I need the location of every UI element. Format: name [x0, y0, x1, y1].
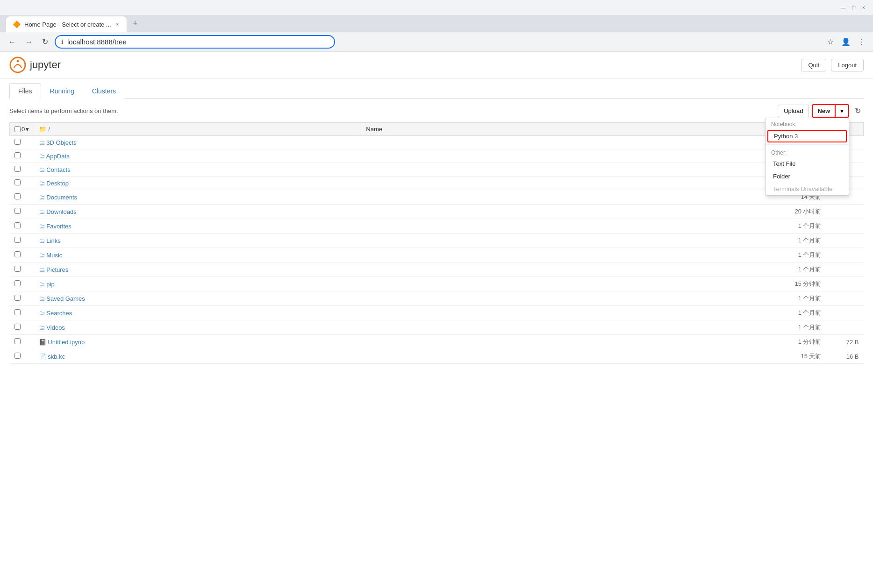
row-name-cell: 📓 Untitled.ipynb — [34, 335, 770, 349]
refresh-files-button[interactable]: ↻ — [852, 105, 864, 117]
row-name-cell: 🗂 Searches — [34, 306, 770, 320]
minimize-button[interactable]: — — [839, 4, 847, 11]
row-checkbox[interactable] — [14, 280, 21, 286]
file-link[interactable]: skb.kc — [48, 353, 65, 360]
file-link[interactable]: Untitled.ipynb — [48, 339, 85, 346]
table-row: 🗂 Desktop — [10, 177, 864, 190]
row-checkbox[interactable] — [14, 152, 21, 158]
select-all-checkbox[interactable] — [14, 126, 21, 132]
select-row: 0 ▾ 📁 / Name — [10, 123, 864, 136]
folder-icon: 🗂 — [39, 208, 45, 215]
folder-icon: 🗂 — [39, 153, 45, 160]
row-checkbox[interactable] — [14, 353, 21, 359]
row-size-cell — [826, 320, 864, 335]
row-checkbox[interactable] — [14, 266, 21, 272]
toolbar-right: Upload New ▼ Notebook: Python 3 Other: T… — [778, 104, 864, 118]
row-checkbox[interactable] — [14, 179, 21, 185]
file-link[interactable]: Favorites — [46, 223, 71, 230]
file-link[interactable]: Contacts — [46, 166, 70, 173]
row-size-cell: 16 B — [826, 349, 864, 364]
python3-option[interactable]: Python 3 — [767, 130, 847, 142]
other-section-label: Other: — [766, 147, 849, 157]
row-checkbox[interactable] — [14, 166, 21, 172]
back-button[interactable]: ← — [6, 36, 19, 48]
url-text: localhost:8888/tree — [67, 38, 127, 46]
file-link[interactable]: pip — [46, 281, 54, 288]
row-name-cell: 📄 skb.kc — [34, 349, 770, 364]
file-link[interactable]: Videos — [46, 324, 65, 331]
profile-button[interactable]: 👤 — [839, 35, 852, 48]
row-checkbox-cell — [10, 349, 34, 364]
close-window-button[interactable]: × — [860, 4, 867, 11]
file-link[interactable]: Links — [46, 237, 60, 244]
header-actions: Quit Logout — [801, 59, 864, 71]
row-checkbox[interactable] — [14, 309, 21, 315]
file-link[interactable]: Desktop — [46, 180, 69, 187]
breadcrumb[interactable]: 📁 / — [39, 126, 50, 133]
file-list: 🗂 3D Objects 🗂 AppData 🗂 Contacts 🗂 — [10, 136, 864, 364]
tab-clusters[interactable]: Clusters — [83, 83, 125, 99]
url-box[interactable]: ℹ localhost:8888/tree — [55, 35, 335, 49]
select-dropdown-arrow[interactable]: ▾ — [26, 126, 29, 133]
new-button[interactable]: New — [812, 104, 836, 118]
row-checkbox[interactable] — [14, 208, 21, 214]
bookmark-button[interactable]: ☆ — [825, 35, 836, 48]
row-checkbox-cell — [10, 291, 34, 306]
row-checkbox[interactable] — [14, 324, 21, 330]
file-link[interactable]: Searches — [46, 310, 72, 317]
row-checkbox[interactable] — [14, 251, 21, 257]
file-link[interactable]: AppData — [46, 153, 70, 160]
tab-close-button[interactable]: × — [115, 20, 120, 28]
new-button-group: New ▼ Notebook: Python 3 Other: Text Fil… — [812, 104, 849, 118]
file-link[interactable]: Saved Games — [46, 295, 85, 302]
file-link[interactable]: 3D Objects — [46, 139, 76, 146]
row-checkbox[interactable] — [14, 139, 21, 145]
logout-button[interactable]: Logout — [831, 59, 864, 71]
row-checkbox[interactable] — [14, 338, 21, 344]
row-checkbox[interactable] — [14, 222, 21, 228]
tab-files[interactable]: Files — [9, 83, 41, 99]
new-dropdown-button[interactable]: ▼ — [836, 104, 849, 118]
browser-tab[interactable]: 🔶 Home Page - Select or create ... × — [6, 16, 127, 32]
row-checkbox[interactable] — [14, 193, 21, 199]
file-link[interactable]: Downloads — [46, 208, 76, 215]
terminals-option: Terminals Unavailable — [766, 183, 849, 195]
quit-button[interactable]: Quit — [801, 59, 826, 71]
row-date-cell: 1 个月前 — [770, 234, 826, 248]
table-row: 🗂 Music 1 个月前 — [10, 248, 864, 262]
folder-icon: 🗂 — [39, 281, 45, 288]
row-checkbox-cell — [10, 234, 34, 248]
folder-icon: 🗂 — [39, 295, 45, 302]
row-checkbox-cell — [10, 190, 34, 205]
row-size-cell: 72 B — [826, 335, 864, 349]
select-count: 0 — [21, 126, 25, 133]
new-tab-button[interactable]: + — [129, 15, 142, 32]
row-checkbox-cell — [10, 219, 34, 234]
window-controls: — ☐ × — [839, 4, 867, 11]
row-date-cell: 1 个月前 — [770, 248, 826, 262]
row-date-cell: 1 个月前 — [770, 262, 826, 277]
folder-icon: 🗂 — [39, 194, 45, 201]
upload-button[interactable]: Upload — [778, 105, 809, 117]
table-row: 🗂 Links 1 个月前 — [10, 234, 864, 248]
folder-option[interactable]: Folder — [766, 170, 849, 183]
row-checkbox-cell — [10, 262, 34, 277]
row-checkbox[interactable] — [14, 237, 21, 243]
name-sort-header[interactable]: Name — [361, 123, 770, 136]
row-checkbox[interactable] — [14, 295, 21, 301]
row-size-cell — [826, 262, 864, 277]
toolbar: Select items to perform actions on them.… — [9, 104, 864, 118]
file-link[interactable]: Documents — [46, 194, 77, 201]
file-link[interactable]: Music — [46, 252, 62, 259]
row-name-cell: 🗂 pip — [34, 277, 770, 291]
maximize-button[interactable]: ☐ — [850, 4, 857, 11]
forward-button[interactable]: → — [22, 36, 36, 48]
refresh-button[interactable]: ↻ — [39, 35, 51, 48]
text-file-option[interactable]: Text File — [766, 157, 849, 170]
content-tabs: Files Running Clusters — [9, 83, 864, 99]
menu-button[interactable]: ⋮ — [856, 35, 867, 48]
row-name-cell: 🗂 Documents — [34, 190, 770, 205]
table-row: 🗂 Pictures 1 个月前 — [10, 262, 864, 277]
file-link[interactable]: Pictures — [46, 266, 68, 273]
tab-running[interactable]: Running — [41, 83, 83, 99]
